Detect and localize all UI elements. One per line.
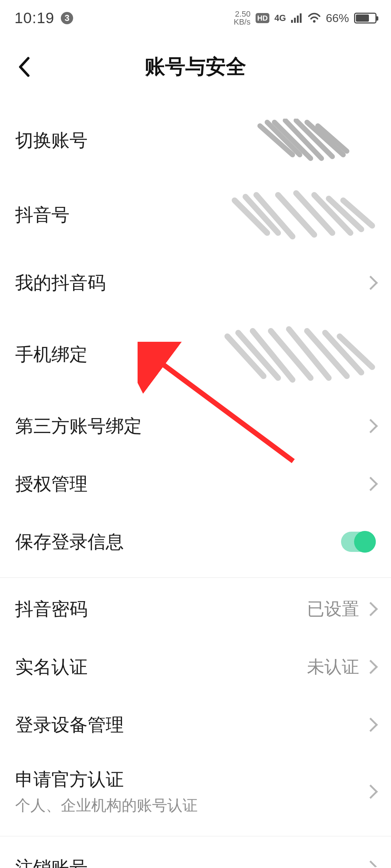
row-label: 授权管理 [15,472,88,496]
row-apply-official-verification[interactable]: 申请官方认证 个人、企业机构的账号认证 [0,754,391,829]
divider [0,836,391,837]
row-save-login-info: 保存登录信息 [0,513,391,571]
svg-rect-3 [300,13,302,23]
row-right [238,119,376,162]
row-right [216,326,376,383]
chevron-right-icon [363,718,378,732]
row-label: 抖音密码 [15,597,88,621]
divider [0,577,391,578]
chevron-right-icon [363,419,378,433]
network-type: 4G [274,13,286,23]
battery-percent: 66% [326,12,349,25]
row-label: 抖音号 [15,203,70,227]
row-douyin-id[interactable]: 抖音号 [0,176,391,254]
signal-icon [291,10,303,26]
row-right [341,532,376,552]
row-third-party-bind[interactable]: 第三方账号绑定 [0,397,391,455]
row-douyin-password[interactable]: 抖音密码 已设置 [0,580,391,638]
row-label: 实名认证 [15,655,88,679]
svg-point-4 [313,20,315,22]
row-login-device-management[interactable]: 登录设备管理 [0,696,391,754]
row-right [366,720,376,730]
row-phone-bind[interactable]: 手机绑定 [0,312,391,397]
chevron-right-icon [363,784,378,799]
row-authorization-management[interactable]: 授权管理 [0,455,391,513]
row-right [366,278,376,288]
row-right: 已设置 [307,597,376,621]
row-label: 登录设备管理 [15,713,124,737]
row-right [366,863,376,868]
back-button[interactable] [13,56,35,78]
svg-rect-2 [297,16,299,23]
row-label: 切换账号 [15,128,88,153]
row-label: 第三方账号绑定 [15,414,142,438]
row-delete-account[interactable]: 注销账号 [0,839,391,868]
row-real-name-verification[interactable]: 实名认证 未认证 [0,638,391,696]
net-speed-unit: KB/s [234,18,250,26]
row-label: 保存登录信息 [15,530,124,554]
redacted-value [216,326,376,383]
row-value: 已设置 [307,597,359,621]
chevron-right-icon [363,660,378,674]
chevron-left-icon [17,56,30,78]
net-speed-value: 2.50 [234,10,250,18]
row-sublabel: 个人、企业机构的账号认证 [15,795,198,816]
net-speed: 2.50 KB/s [234,10,250,26]
row-switch-account[interactable]: 切换账号 [0,105,391,176]
nav-header: 账号与安全 [0,40,391,94]
chevron-right-icon [363,477,378,491]
row-value: 未认证 [307,655,359,678]
row-right [366,421,376,431]
redacted-value [224,190,376,240]
row-label-col: 申请官方认证 个人、企业机构的账号认证 [15,767,198,816]
row-right: 未认证 [307,655,376,678]
battery-icon [354,13,377,24]
save-login-toggle[interactable] [341,532,376,552]
status-time: 10:19 [14,9,54,27]
svg-rect-0 [291,20,293,23]
page-title: 账号与安全 [145,53,246,81]
status-bar-left: 10:19 3 [14,9,73,27]
row-label: 注销账号 [15,856,88,868]
status-bar: 10:19 3 2.50 KB/s HD 4G 66% [0,0,391,36]
row-right [366,787,376,797]
row-label: 我的抖音码 [15,271,106,295]
redacted-value [238,119,376,162]
status-bar-right: 2.50 KB/s HD 4G 66% [234,10,377,26]
hd-icon: HD [256,13,269,23]
row-label: 申请官方认证 [15,767,198,792]
chevron-right-icon [363,276,378,290]
screen: 10:19 3 2.50 KB/s HD 4G 66% 账号与安全 [0,0,391,868]
row-label: 手机绑定 [15,342,88,367]
row-right [224,190,376,240]
notification-badge: 3 [61,12,73,24]
settings-list: 切换账号 抖音号 [0,105,391,868]
row-right [366,479,376,489]
chevron-right-icon [363,860,378,868]
svg-rect-1 [294,18,296,23]
row-my-code[interactable]: 我的抖音码 [0,254,391,312]
wifi-icon [308,10,321,26]
chevron-right-icon [363,602,378,616]
